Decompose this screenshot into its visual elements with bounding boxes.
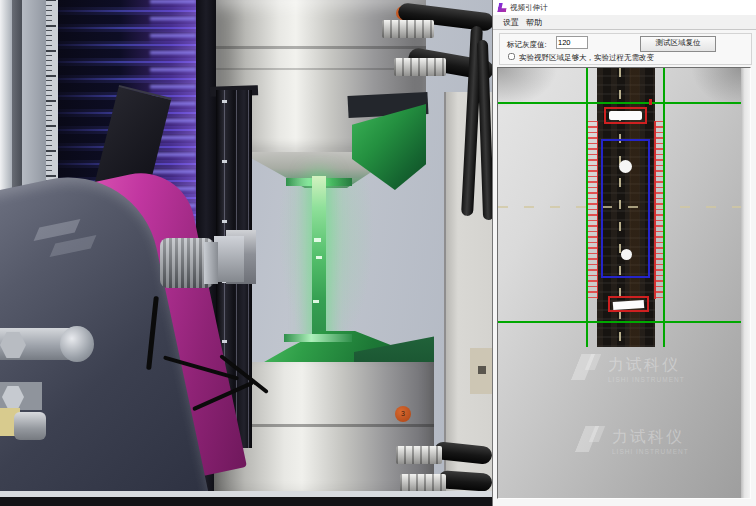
hose-fitting bbox=[396, 446, 442, 464]
roi-line-right[interactable] bbox=[663, 68, 665, 347]
extensometer-window: 视频引伸计 设置 帮助 标记灰度值: 测试区域复位 实验视野区域足够大，实验过程… bbox=[492, 0, 756, 506]
watermark-cn: 力试科仪 bbox=[608, 355, 680, 376]
watermark-cn: 力试科仪 bbox=[612, 427, 684, 448]
marker-top-rect[interactable] bbox=[604, 107, 647, 124]
sticker-label-3: 3 bbox=[395, 406, 411, 422]
specimen-mark bbox=[313, 300, 319, 303]
camera-image: 力试科仪 LISHI INSTRUMENT 力试科仪 LISHI INSTRUM… bbox=[498, 68, 741, 498]
marker-top-blob bbox=[609, 111, 642, 120]
specimen-strip bbox=[312, 176, 326, 352]
marker-bottom-blob bbox=[613, 300, 644, 310]
specimen-edge-right bbox=[654, 121, 656, 299]
lower-jaw-plate bbox=[284, 334, 352, 342]
window-title: 视频引伸计 bbox=[510, 3, 548, 13]
upper-grip-seam bbox=[216, 46, 426, 49]
lens-mount bbox=[214, 236, 244, 282]
roi-line-bottom[interactable] bbox=[498, 321, 741, 323]
specimen-dot-upper bbox=[619, 160, 632, 173]
title-bar: 视频引伸计 bbox=[493, 0, 756, 15]
fov-checkbox[interactable] bbox=[508, 53, 515, 60]
floor bbox=[0, 497, 492, 506]
app-logo-icon bbox=[497, 3, 508, 12]
specimen-mark bbox=[316, 256, 322, 259]
door-knob bbox=[478, 366, 486, 374]
roi-line-top[interactable] bbox=[498, 102, 741, 104]
watermark-en: LISHI INSTRUMENT bbox=[612, 448, 689, 455]
green-laser-glow bbox=[278, 178, 374, 354]
lens-knob-cap bbox=[204, 242, 218, 284]
fov-checkbox-label: 实验视野区域足够大，实验过程无需改变 bbox=[519, 53, 654, 63]
small-cylinder bbox=[14, 412, 46, 440]
specimen-dot-lower bbox=[621, 249, 632, 260]
gray-value-input[interactable] bbox=[556, 36, 588, 49]
watermark: 力试科仪 LISHI INSTRUMENT bbox=[578, 424, 738, 466]
watermark: 力试科仪 LISHI INSTRUMENT bbox=[574, 352, 734, 394]
specimen-edge-left bbox=[597, 121, 599, 299]
machine-photo: 1 3 bbox=[0, 0, 492, 506]
hose-fitting bbox=[382, 20, 434, 38]
marker-bottom-rect[interactable] bbox=[608, 296, 649, 312]
red-tick bbox=[649, 99, 652, 105]
screenshot-root: 1 3 bbox=[0, 0, 756, 506]
control-group: 标记灰度值: 测试区域复位 实验视野区域足够大，实验过程无需改变 bbox=[499, 33, 752, 65]
hose-fitting bbox=[394, 58, 446, 76]
camera-view[interactable]: 力试科仪 LISHI INSTRUMENT 力试科仪 LISHI INSTRUM… bbox=[497, 67, 751, 499]
gray-value-label: 标记灰度值: bbox=[507, 40, 547, 50]
view-scrollbar[interactable] bbox=[741, 68, 750, 498]
specimen-mark bbox=[314, 238, 321, 242]
roi-line-left[interactable] bbox=[586, 68, 588, 347]
reset-test-area-button[interactable]: 测试区域复位 bbox=[640, 36, 716, 52]
hose-fitting bbox=[400, 474, 446, 492]
support-rod-cap bbox=[60, 326, 94, 362]
watermark-en: LISHI INSTRUMENT bbox=[608, 376, 685, 383]
menu-settings[interactable]: 设置 bbox=[503, 17, 519, 28]
menu-help[interactable]: 帮助 bbox=[526, 17, 542, 28]
